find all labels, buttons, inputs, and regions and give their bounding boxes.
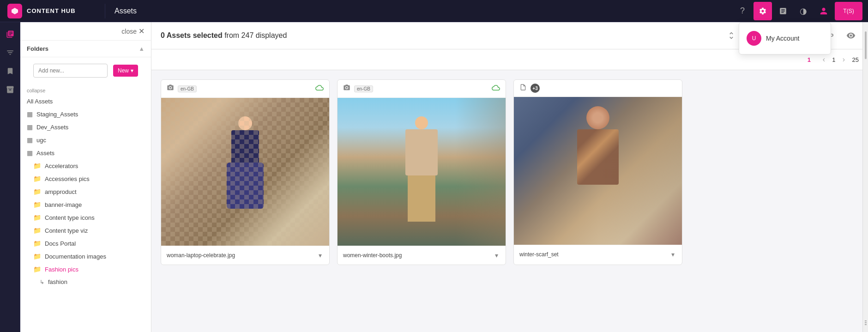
asset-card-header: en-GB bbox=[338, 80, 506, 98]
sidebar-item-fashion-pics[interactable]: 📁 Fashion pics bbox=[20, 263, 151, 276]
asset-expand-button[interactable]: ▾ bbox=[493, 251, 500, 260]
sidebar-item-assets[interactable]: ▦ Assets bbox=[20, 146, 151, 159]
section-title: Assets bbox=[105, 7, 733, 15]
close-label: close bbox=[121, 28, 137, 35]
staging-assets-label: Staging_Assets bbox=[36, 111, 78, 118]
all-assets-label: All Assets bbox=[27, 98, 53, 105]
camera-icon bbox=[343, 84, 350, 93]
sort-button[interactable] bbox=[723, 28, 739, 43]
sidebar-item-documentation-images[interactable]: 📁 Documentation images bbox=[20, 250, 151, 263]
main-content: 0 Assets selected from 247 displayed 10 … bbox=[151, 22, 868, 332]
docs-portal-label: Docs Portal bbox=[45, 240, 76, 247]
nav-assets-icon[interactable] bbox=[2, 26, 18, 42]
dev-assets-icon: ▦ bbox=[27, 123, 33, 131]
account-label: My Account bbox=[766, 35, 799, 42]
close-x-icon: ✕ bbox=[139, 27, 145, 36]
sidebar-item-content-type-viz[interactable]: 📁 Content type viz bbox=[20, 224, 151, 237]
sidebar-item-all-assets[interactable]: All Assets bbox=[20, 95, 151, 108]
account-dropdown: U My Account bbox=[739, 22, 831, 54]
sidebar-item-banner-image[interactable]: 📁 banner-image bbox=[20, 198, 151, 211]
sidebar-item-ugc[interactable]: ▦ ugc bbox=[20, 133, 151, 146]
topbar-actions: ? ◑ T(S) bbox=[733, 2, 868, 20]
cloud-icon bbox=[315, 84, 324, 94]
selection-info: 0 Assets selected from 247 displayed bbox=[161, 31, 287, 40]
asset-name: winter-scarf_set bbox=[519, 251, 669, 258]
docs-portal-folder-icon: 📁 bbox=[33, 240, 41, 247]
sidebar-item-ampproduct[interactable]: 📁 ampproduct bbox=[20, 185, 151, 198]
page-total: 25 bbox=[852, 56, 859, 63]
accelerators-folder-icon: 📁 bbox=[33, 162, 41, 169]
asset-image bbox=[514, 97, 682, 245]
scrollbar-bottom-icons bbox=[863, 314, 868, 332]
document-icon bbox=[519, 84, 527, 93]
fashion-subfolder-icon: ↳ bbox=[40, 279, 44, 285]
badge-plus: +3 bbox=[530, 84, 540, 93]
table-row[interactable]: +3 winter-scarf_set ▾ bbox=[513, 79, 682, 265]
scrollbar-track[interactable] bbox=[862, 22, 868, 332]
dev-assets-label: Dev_Assets bbox=[36, 124, 68, 131]
new-button[interactable]: New ▾ bbox=[113, 65, 138, 77]
sidebar-item-fashion[interactable]: ↳ fashion bbox=[20, 276, 151, 288]
sidebar-item-accelerators[interactable]: 📁 Accelerators bbox=[20, 159, 151, 172]
sidebar-close-button[interactable]: close ✕ bbox=[121, 27, 145, 36]
page-prev-button[interactable]: ‹ bbox=[817, 53, 830, 66]
nav-library-icon[interactable] bbox=[2, 81, 18, 98]
theme-button[interactable]: ◑ bbox=[794, 2, 813, 20]
sidebar-item-staging-assets[interactable]: ▦ Staging_Assets bbox=[20, 108, 151, 121]
page-1-button[interactable]: 1 bbox=[802, 53, 815, 66]
table-row[interactable]: en-GB woman-lapt bbox=[161, 79, 330, 265]
asset-header-left: en-GB bbox=[343, 84, 373, 93]
asset-name: women-winter-boots.jpg bbox=[343, 252, 493, 259]
accelerators-label: Accelerators bbox=[45, 163, 78, 169]
nav-filter-icon[interactable] bbox=[2, 44, 18, 61]
sidebar-item-docs-portal[interactable]: 📁 Docs Portal bbox=[20, 237, 151, 250]
assets-selected-text: 0 Assets selected bbox=[161, 31, 223, 39]
asset-image bbox=[338, 98, 506, 246]
folders-section: Folders ▲ New ▾ collapse All Assets ▦ St… bbox=[20, 41, 151, 288]
asset-footer: woman-laptop-celebrate.jpg ▾ bbox=[161, 246, 329, 265]
share-button[interactable] bbox=[774, 2, 792, 20]
asset-card-header: en-GB bbox=[161, 80, 329, 98]
sidebar-header: close ✕ bbox=[20, 22, 151, 41]
ugc-icon: ▦ bbox=[27, 136, 33, 144]
user-account-button[interactable] bbox=[814, 2, 833, 20]
fashion-label: fashion bbox=[48, 278, 67, 285]
app-logo-area: CONTENT HUB bbox=[0, 4, 105, 18]
add-new-input[interactable] bbox=[33, 64, 108, 78]
account-item[interactable]: U My Account bbox=[739, 26, 831, 50]
notifications-button[interactable]: T(S) bbox=[835, 2, 862, 20]
topbar: CONTENT HUB Assets ? ◑ T(S) bbox=[0, 0, 868, 22]
documentation-images-folder-icon: 📁 bbox=[33, 253, 41, 260]
sidebar-item-dev-assets[interactable]: ▦ Dev_Assets bbox=[20, 121, 151, 133]
asset-expand-button[interactable]: ▾ bbox=[317, 251, 324, 260]
sidebar-item-accessories-pics[interactable]: 📁 Accessories pics bbox=[20, 172, 151, 185]
page-of: 1 bbox=[832, 56, 835, 63]
page-next-button[interactable]: › bbox=[838, 53, 850, 66]
assets-label: Assets bbox=[36, 150, 54, 157]
table-row[interactable]: en-GB women-winter-boots.jpg bbox=[337, 79, 506, 265]
left-nav bbox=[0, 22, 20, 332]
asset-header-left: +3 bbox=[519, 84, 540, 93]
asset-footer: winter-scarf_set ▾ bbox=[514, 245, 682, 264]
nav-bookmark-icon[interactable] bbox=[2, 63, 18, 79]
scrollbar-thumb bbox=[865, 31, 867, 59]
accessories-pics-label: Accessories pics bbox=[45, 175, 90, 182]
camera-icon bbox=[167, 84, 174, 93]
banner-folder-icon: 📁 bbox=[33, 201, 41, 208]
content-type-icons-folder-icon: 📁 bbox=[33, 214, 41, 221]
eye-button[interactable] bbox=[843, 28, 859, 43]
content-type-icons-label: Content type icons bbox=[45, 214, 95, 221]
settings-button[interactable] bbox=[753, 2, 772, 20]
help-button[interactable]: ? bbox=[733, 2, 752, 20]
ampproduct-folder-icon: 📁 bbox=[33, 188, 41, 195]
asset-lang-badge: en-GB bbox=[354, 85, 373, 92]
asset-card-header: +3 bbox=[514, 80, 682, 97]
asset-expand-button[interactable]: ▾ bbox=[669, 250, 676, 259]
sidebar-item-content-type-icons[interactable]: 📁 Content type icons bbox=[20, 211, 151, 224]
app-name: CONTENT HUB bbox=[27, 7, 76, 14]
collapse-link[interactable]: collapse bbox=[20, 86, 151, 95]
new-dropdown-icon: ▾ bbox=[131, 67, 133, 74]
accessories-folder-icon: 📁 bbox=[33, 175, 41, 182]
folders-label: Folders bbox=[27, 45, 48, 52]
asset-name: woman-laptop-celebrate.jpg bbox=[167, 252, 317, 259]
